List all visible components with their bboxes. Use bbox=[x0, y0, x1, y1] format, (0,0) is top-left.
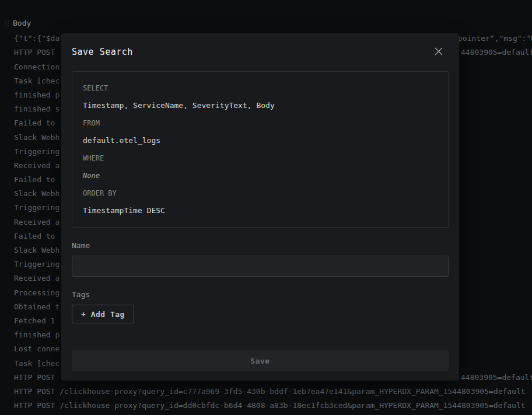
save-button[interactable]: Save bbox=[72, 350, 449, 371]
sql-keyword-label: ORDER BY bbox=[83, 184, 438, 202]
app-root: Body {"t":{"$datpointer","msg":"WHTTP PO… bbox=[0, 0, 532, 415]
modal-title: Save Search bbox=[72, 45, 432, 59]
close-icon bbox=[433, 46, 444, 57]
sql-keyword-label: FROM bbox=[83, 114, 438, 132]
sql-value: Timestamp, ServiceName, SeverityText, Bo… bbox=[83, 97, 438, 114]
query-preview-card: SELECTTimestamp, ServiceName, SeverityTe… bbox=[72, 71, 449, 228]
sql-value: TimestampTime DESC bbox=[83, 202, 438, 219]
modal-header: Save Search bbox=[72, 45, 449, 59]
name-label: Name bbox=[72, 240, 449, 251]
save-search-modal: Save Search SELECTTimestamp, ServiceName… bbox=[61, 33, 459, 381]
sql-keyword-label: SELECT bbox=[83, 79, 438, 97]
name-input[interactable] bbox=[72, 256, 449, 277]
tags-label: Tags bbox=[72, 290, 449, 300]
sql-keyword-label: WHERE bbox=[83, 149, 438, 167]
sql-value: default.otel_logs bbox=[83, 132, 438, 149]
sql-value: None bbox=[83, 167, 438, 184]
close-button[interactable] bbox=[432, 45, 445, 58]
add-tag-button[interactable]: + Add Tag bbox=[72, 305, 134, 323]
